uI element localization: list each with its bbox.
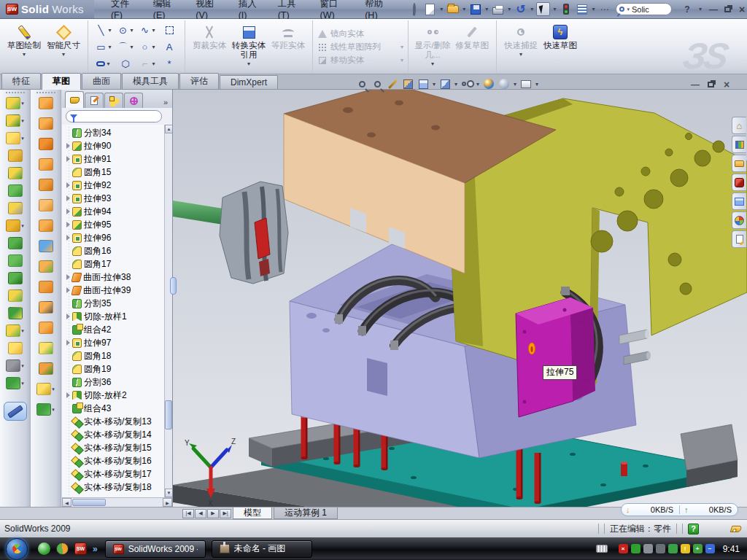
quick-launch-more-icon[interactable]: »	[93, 544, 98, 554]
extruded-cut-icon-dropdown[interactable]: ▾	[21, 118, 24, 124]
shell-icon[interactable]	[8, 272, 23, 284]
view-orientation-icon-dropdown[interactable]: ▾	[433, 81, 436, 88]
undo-icon-dropdown[interactable]: ▾	[530, 6, 533, 12]
fillet-icon[interactable]	[6, 132, 20, 144]
rebuild-icon[interactable]	[559, 2, 573, 16]
downloader-icon[interactable]	[56, 542, 69, 555]
spline-icon-dropdown[interactable]: ▾	[152, 27, 155, 34]
delete-face-icon[interactable]	[39, 301, 53, 314]
move-copy-body-icon[interactable]	[6, 324, 20, 337]
expand-arrow-icon[interactable]	[65, 274, 71, 280]
ellipse-icon[interactable]: ○▾	[136, 39, 158, 55]
select-icon-dropdown[interactable]: ▾	[553, 6, 556, 12]
zoom-fit-icon[interactable]	[355, 77, 368, 90]
doc-restore-button[interactable]	[708, 82, 714, 88]
tree-item[interactable]: 组合43	[65, 402, 164, 415]
design-checker-icon-dropdown[interactable]: ▾	[592, 6, 595, 12]
expand-arrow-icon[interactable]	[65, 156, 71, 162]
home-tab[interactable]: ⌂	[732, 117, 746, 134]
fillet-icon-dropdown[interactable]: ▾	[21, 136, 24, 141]
smart-dimension-button[interactable]: 智能尺寸▾	[44, 22, 83, 72]
tab-model[interactable]: 模型	[233, 508, 272, 519]
arc-icon[interactable]: ⌒▾	[115, 39, 136, 55]
help-dropdown-icon[interactable]: ▾	[699, 6, 702, 12]
display-style-icon[interactable]	[438, 77, 452, 90]
measure-button[interactable]	[4, 402, 27, 421]
tab-特征[interactable]: 特征	[1, 73, 41, 89]
save-icon-dropdown[interactable]: ▾	[485, 6, 488, 12]
circle-icon-dropdown[interactable]: ▾	[130, 27, 133, 34]
linear-pattern-icon[interactable]	[6, 219, 20, 232]
move-entities-button[interactable]: 移动实体▾	[317, 55, 403, 66]
taskbar-button[interactable]: SWSolidWorks 2009 - ...	[105, 540, 206, 558]
rectangle-icon-dropdown[interactable]: ▾	[108, 44, 111, 50]
sketch-text-icon[interactable]: A	[158, 39, 180, 55]
sketch-fillet-icon[interactable]: ⌐▾	[136, 55, 158, 72]
network-icon[interactable]	[668, 544, 678, 553]
open-icon-dropdown[interactable]: ▾	[462, 6, 465, 12]
next-tab-button[interactable]: ▶	[207, 509, 219, 518]
expand-arrow-icon[interactable]	[65, 287, 71, 293]
trim-entities-button[interactable]: 剪裁实体	[190, 22, 229, 72]
expand-arrow-icon[interactable]	[65, 143, 71, 149]
hole-wizard-icon[interactable]	[8, 202, 23, 214]
tree-item[interactable]: 拉伸92	[65, 179, 164, 192]
undo-icon[interactable]: ↺	[514, 2, 527, 16]
boundary-surface-icon[interactable]	[39, 281, 53, 293]
tree-item[interactable]: 拉伸90	[65, 139, 164, 152]
zoom-area-icon[interactable]	[371, 77, 384, 90]
custom-properties-tab[interactable]	[732, 230, 746, 248]
slot-icon[interactable]: ▾	[93, 55, 115, 72]
apply-scene-icon-dropdown[interactable]: ▾	[514, 81, 516, 88]
antivirus-alert-icon[interactable]: ×	[619, 544, 628, 553]
parting-line-icon[interactable]	[39, 342, 53, 354]
scroll-thumb[interactable]	[165, 400, 172, 429]
planar-surface-icon[interactable]	[39, 199, 53, 211]
tree-item[interactable]: 实体-移动/复制15	[65, 441, 164, 454]
tree-item[interactable]: 拉伸94	[65, 205, 164, 218]
sync-blocked-icon[interactable]: −	[705, 544, 715, 553]
prev-tab-button[interactable]: ◀	[195, 509, 206, 518]
arc-icon-dropdown[interactable]: ▾	[130, 44, 133, 50]
parting-surface-icon[interactable]	[39, 362, 53, 375]
thicken-icon[interactable]	[39, 240, 53, 252]
helix-icon-dropdown[interactable]: ▾	[21, 381, 24, 386]
tree-item[interactable]: 拉伸93	[65, 192, 164, 205]
lofted-boss-icon[interactable]	[8, 167, 23, 179]
update-icon[interactable]	[643, 544, 653, 553]
magnifying-wand-icon[interactable]	[386, 77, 399, 90]
scroll-right-button[interactable]: ▶	[163, 498, 172, 507]
quick-snaps-button[interactable]: 快速捕捉▾	[501, 22, 541, 72]
messenger-icon[interactable]	[38, 542, 50, 555]
view-settings-icon-dropdown[interactable]: ▾	[535, 81, 538, 88]
tree-item[interactable]: 实体-移动/复制16	[65, 454, 164, 467]
doc-close-button[interactable]: ×	[721, 79, 732, 90]
doc-minimize-button[interactable]: —	[690, 79, 700, 90]
tree-item[interactable]: 实体-移动/复制14	[65, 428, 164, 441]
appearances-tab[interactable]	[732, 211, 746, 229]
expand-arrow-icon[interactable]	[65, 182, 71, 188]
select-icon[interactable]	[536, 2, 550, 16]
defender-icon[interactable]: +	[693, 544, 703, 553]
boundary-boss-icon[interactable]	[8, 184, 23, 197]
polygon-icon[interactable]: ⬡	[115, 55, 136, 72]
expand-arrow-icon[interactable]	[65, 235, 71, 241]
convert-entities-button[interactable]: 转换实体引用▾	[229, 22, 268, 72]
curve-icon-dropdown[interactable]: ▾	[21, 363, 24, 369]
helix-icon[interactable]	[6, 377, 20, 389]
tree-item[interactable]: 拉伸97	[65, 336, 164, 349]
start-button[interactable]	[6, 538, 28, 560]
circle-icon[interactable]: ⊙▾	[115, 22, 136, 39]
ellipse-icon-dropdown[interactable]: ▾	[152, 44, 155, 50]
tab-评估[interactable]: 评估	[179, 73, 219, 89]
configurationmanager-tab[interactable]	[104, 93, 123, 108]
slot-icon-dropdown[interactable]: ▾	[107, 61, 109, 67]
filled-surface-icon[interactable]	[39, 260, 53, 273]
propertymanager-tab[interactable]	[85, 93, 104, 108]
combine-bodies-icon[interactable]	[8, 307, 23, 319]
linear-sketch-pattern-button[interactable]: 线性草图阵列▾	[317, 42, 403, 52]
draft-icon[interactable]	[8, 254, 23, 267]
tree-horizontal-scrollbar[interactable]: ◀ ▶	[62, 497, 172, 507]
input-language-icon[interactable]	[596, 545, 608, 553]
line-icon-dropdown[interactable]: ▾	[108, 27, 111, 34]
